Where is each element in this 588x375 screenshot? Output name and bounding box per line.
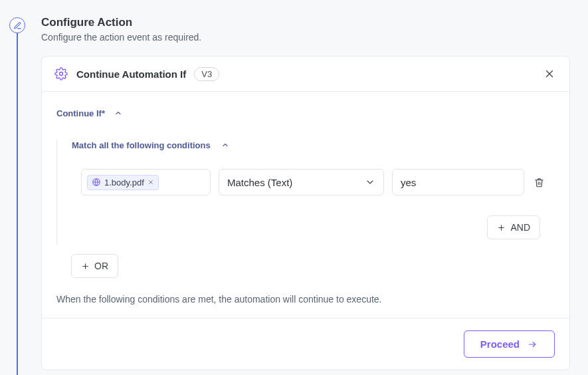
and-label: AND [510, 222, 530, 233]
step-subtitle: Configure the action event as required. [41, 32, 570, 43]
condition-value-text: yes [401, 177, 416, 188]
continue-if-label: Continue If* [56, 108, 105, 118]
add-or-button[interactable]: OR [71, 254, 118, 278]
token-chip-label: 1.body.pdf [104, 178, 144, 188]
close-button[interactable] [541, 66, 557, 82]
svg-point-0 [60, 72, 63, 76]
chip-remove-icon[interactable] [147, 179, 154, 186]
operator-value: Matches (Text) [227, 177, 292, 188]
step-title: Configure Action [41, 16, 570, 29]
chevron-up-icon [220, 140, 231, 150]
card-footer: Proceed [42, 318, 569, 370]
chevron-down-icon [365, 177, 375, 188]
arrow-right-icon [526, 340, 538, 349]
condition-value-input[interactable]: yes [392, 169, 524, 195]
plus-icon [81, 262, 90, 271]
action-card: Continue Automation If V3 Continue If* M… [41, 56, 570, 370]
card-header: Continue Automation If V3 [42, 57, 569, 92]
token-chip[interactable]: 1.body.pdf [87, 175, 159, 190]
plus-icon [497, 223, 506, 232]
proceed-label: Proceed [480, 338, 520, 350]
match-all-section[interactable]: Match all the following conditions [72, 140, 555, 150]
step-connector [17, 33, 18, 375]
card-body: Continue If* Match all the following con… [42, 92, 569, 318]
delete-condition-button[interactable] [532, 178, 545, 188]
continue-if-section[interactable]: Continue If* [56, 108, 555, 118]
condition-field-input[interactable]: 1.body.pdf [81, 169, 211, 195]
match-all-label: Match all the following conditions [72, 140, 211, 150]
version-badge: V3 [194, 67, 219, 81]
step-indicator [9, 17, 25, 33]
add-and-button[interactable]: AND [487, 215, 540, 239]
condition-row: 1.body.pdf Matches (Text) yes [81, 169, 555, 195]
card-title: Continue Automation If [76, 68, 186, 80]
pencil-icon [13, 21, 22, 30]
chevron-up-icon [113, 108, 124, 118]
gear-icon [54, 66, 68, 81]
condition-operator-select[interactable]: Matches (Text) [219, 169, 384, 195]
globe-icon [92, 178, 101, 187]
proceed-button[interactable]: Proceed [464, 330, 555, 358]
or-label: OR [94, 261, 108, 271]
helper-text: When the following conditions are met, t… [56, 294, 555, 305]
close-icon [543, 68, 555, 80]
trash-icon [534, 178, 544, 188]
